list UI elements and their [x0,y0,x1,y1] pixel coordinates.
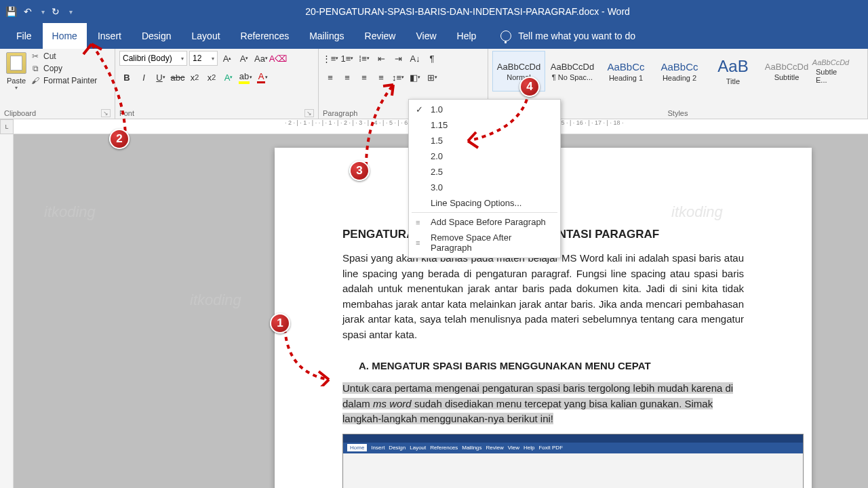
customize-qat-icon[interactable]: ▾ [69,8,73,16]
increase-font-icon[interactable]: A▴ [220,51,235,66]
arrow-2 [78,37,139,146]
save-icon[interactable]: 💾 [5,6,17,17]
tab-layout[interactable]: Layout [182,23,230,49]
spacing-option-2-5[interactable]: 2.5 [409,164,560,180]
style-title[interactable]: AaBTitle [707,51,760,92]
borders-icon[interactable]: ⊞▾ [425,70,439,85]
font-dialog-launcher[interactable]: ↘ [304,109,314,117]
tab-file[interactable]: File [7,23,41,49]
scissors-icon: ✂ [31,52,40,61]
multilevel-icon[interactable]: ⁞≡▾ [357,51,372,66]
tab-help[interactable]: Help [448,23,486,49]
bullets-icon[interactable]: ⋮≡▾ [323,51,338,66]
callout-4: 4 [519,77,540,97]
doc-paragraph-1: Spasi yang akan kita bahas pada materi b… [342,251,744,342]
tell-me-search[interactable]: Tell me what you want to do [500,30,635,41]
style-subtitle[interactable]: AaBbCcDdSubtitle [760,51,813,92]
spacing-option-3-0[interactable]: 3.0 [409,180,560,195]
group-clipboard-label: Clipboard [4,109,36,117]
arrow-4 [448,88,536,149]
group-font: Calibri (Body)▾ 12▾ A▴ A▾ Aa▾ A⌫ B I U▾ … [115,49,319,119]
redo-icon[interactable]: ↻ [52,6,60,17]
change-case-icon[interactable]: Aa▾ [254,51,269,66]
tab-mailings[interactable]: Mailings [300,23,353,49]
subscript-button[interactable]: x2 [187,70,202,85]
align-center-icon[interactable]: ≡ [340,70,355,85]
group-paragraph-label: Paragraph [323,109,357,117]
titlebar: 💾 ↶ ▾ ↻ ▾ 20-PENGATURAN-SPASI-BARIS-DAN-… [0,0,868,23]
style-subtle-emphasis[interactable]: AaBbCcDdSubtle E... [814,51,848,92]
text-effects-icon[interactable]: A▾ [221,70,236,85]
dropdown-separator [412,212,557,213]
brush-icon: 🖌 [31,76,40,85]
qat-sep: ▾ [41,8,45,16]
font-color-icon[interactable]: A▾ [255,70,270,85]
tab-review[interactable]: Review [355,23,406,49]
strikethrough-button[interactable]: abc [170,70,185,85]
decrease-indent-icon[interactable]: ⇤ [374,51,389,66]
underline-button[interactable]: U▾ [153,70,168,85]
decrease-font-icon[interactable]: A▾ [237,51,252,66]
group-styles-label: Styles [668,109,688,117]
callout-1: 1 [270,313,290,333]
callout-2: 2 [109,129,130,149]
tell-me-placeholder: Tell me what you want to do [518,30,635,41]
undo-icon[interactable]: ↶ [24,6,32,17]
arrow-1 [281,325,349,386]
font-size-select[interactable]: 12▾ [189,51,218,66]
style-no-spacing[interactable]: AaBbCcDd¶ No Spac... [546,51,599,92]
highlight-icon[interactable]: ab▾ [238,70,253,85]
chevron-down-icon: ▾ [15,85,18,91]
style-heading-1[interactable]: AaBbCcHeading 1 [599,51,652,92]
increase-indent-icon[interactable]: ⇥ [391,51,406,66]
quick-access-toolbar: 💾 ↶ ▾ ↻ ▾ [5,6,73,17]
spacing-option-2-0[interactable]: 2.0 [409,148,560,164]
paste-label: Paste [7,77,26,85]
chevron-down-icon: ▾ [212,56,214,62]
arrow-3 [359,78,414,166]
copy-icon: ⧉ [31,64,40,73]
paste-button[interactable]: Paste ▾ [4,51,28,92]
ruler-vertical[interactable] [0,134,14,488]
ruler-corner: L [0,119,14,134]
tab-design[interactable]: Design [132,23,181,49]
doc-paragraph-selected: Untuk cara pertama mengenai pengaturan s… [342,381,744,427]
clear-formatting-icon[interactable]: A⌫ [271,51,285,66]
doc-heading-a: A. MENGATUR SPASI BARIS MENGGUNAKAN MENU… [359,360,744,371]
line-spacing-options[interactable]: Line Spacing Options... [409,195,560,211]
numbering-icon[interactable]: 1≡▾ [340,51,355,66]
sort-icon[interactable]: A↓ [408,51,422,66]
document-title: 20-PENGATURAN-SPASI-BARIS-DAN-INDENTASI-… [73,6,863,17]
remove-space-after[interactable]: Remove Space After Paragraph [409,230,560,256]
show-marks-icon[interactable]: ¶ [425,51,439,66]
superscript-button[interactable]: x2 [204,70,219,85]
tab-view[interactable]: View [406,23,446,49]
chevron-down-icon: ▾ [181,56,184,62]
style-heading-2[interactable]: AaBbCcHeading 2 [653,51,706,92]
callout-3: 3 [349,161,370,181]
add-space-before[interactable]: Add Space Before Paragraph [409,214,560,230]
paste-icon [6,52,26,74]
tab-references[interactable]: References [231,23,299,49]
align-left-icon[interactable]: ≡ [323,70,338,85]
lightbulb-icon [500,30,511,41]
embedded-screenshot: HomeInsertDesignLayoutReferencesMailings… [342,434,804,489]
